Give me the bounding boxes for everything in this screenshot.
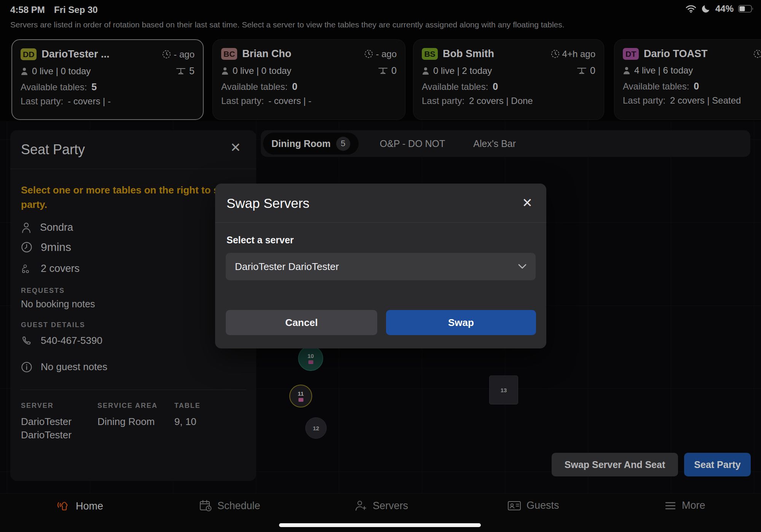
swap-button[interactable]: Swap [386, 310, 536, 335]
chevron-down-icon [518, 264, 526, 269]
selected-server-value: DarioTester DarioTester [235, 261, 339, 273]
home-indicator-handle[interactable] [279, 523, 481, 527]
select-server-label: Select a server [227, 235, 294, 246]
modal-title: Swap Servers [227, 196, 310, 211]
swap-servers-modal: Swap Servers ✕ Select a server DarioTest… [215, 184, 546, 348]
modal-header: Swap Servers ✕ [215, 184, 546, 223]
close-icon[interactable]: ✕ [522, 197, 533, 209]
server-select-dropdown[interactable]: DarioTester DarioTester [226, 253, 536, 280]
cancel-button[interactable]: Cancel [226, 310, 377, 335]
